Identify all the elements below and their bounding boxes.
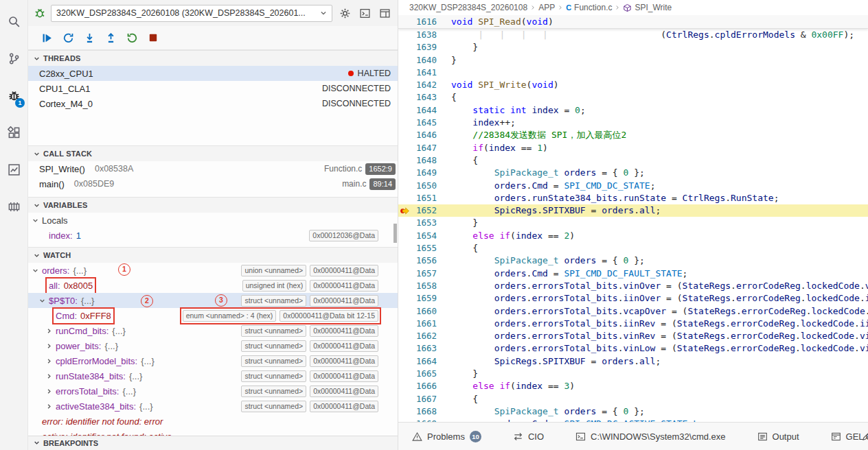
code-area[interactable]: 1616void SPI_Read(void)1638 | | | | (Ctr… xyxy=(398,15,868,422)
gear-icon[interactable] xyxy=(337,5,352,21)
code-line[interactable]: 1666 else if(index == 3) xyxy=(398,380,868,392)
watch-row[interactable]: runCmd_bits:{...}struct <unnamed>0x00000… xyxy=(28,323,398,338)
chevron-right-icon[interactable] xyxy=(46,388,56,394)
refresh-button[interactable] xyxy=(60,30,76,45)
line-number[interactable]: 1650 xyxy=(398,180,437,192)
line-number[interactable]: 1659 xyxy=(398,292,437,305)
activity-item-search[interactable] xyxy=(2,8,25,34)
watch-row[interactable]: errorsTotal_bits:{...}struct <unnamed>0x… xyxy=(28,383,398,399)
line-number[interactable]: 1646 xyxy=(398,129,437,141)
watch-row[interactable]: Cmd:0xFFF83enum <unnamed> : 4 (hex)0x000… xyxy=(28,308,398,323)
code-line[interactable]: 1643{ xyxy=(398,91,868,104)
thread-row[interactable]: Cortex_M4_0DISCONNECTED xyxy=(28,96,398,111)
code-line[interactable]: 1645 index++; xyxy=(398,117,868,129)
line-number[interactable]: 1661 xyxy=(398,318,437,330)
chevron-right-icon[interactable] xyxy=(46,373,56,379)
code-line[interactable]: 1655 { xyxy=(398,242,868,254)
call-stack-section-header[interactable]: CALL STACK xyxy=(28,145,398,161)
panel-tab-c-windows-system32-cmd-exe[interactable]: C:\WINDOWS\System32\cmd.exe xyxy=(575,431,725,442)
line-number[interactable]: 1655 xyxy=(398,242,437,254)
code-line[interactable]: 1664 SpicRegs.SPITXBUF = orders.all; xyxy=(398,355,868,368)
line-number[interactable]: 1667 xyxy=(398,393,437,405)
launch-config-select[interactable]: 320KW_DSP28384S_20260108 (320KW_DSP28384… xyxy=(51,5,332,22)
activity-item-source-control[interactable] xyxy=(2,45,25,71)
code-line[interactable]: 1648 { xyxy=(398,154,868,167)
code-line[interactable]: 1647 if(index == 1) xyxy=(398,142,868,154)
editor-layout-icon[interactable] xyxy=(377,5,392,21)
code-line[interactable]: 1654 else if(index == 2) xyxy=(398,230,868,242)
code-line[interactable]: 1651 orders.runState384_bits.runState = … xyxy=(398,192,868,204)
code-line[interactable]: 1661 orders.errorsTotal_bits.iinRev = (S… xyxy=(398,318,868,330)
continue-button[interactable] xyxy=(39,30,54,45)
code-line[interactable]: 1668 SpiPackage_t orders = { 0 }; xyxy=(398,405,868,418)
line-number[interactable]: 1616 xyxy=(398,15,437,28)
stack-frame-row[interactable]: main()0x085DE9main.c89:14 xyxy=(28,176,398,191)
activity-item-debug[interactable]: 1 xyxy=(2,82,25,108)
debug-launch-icon[interactable] xyxy=(34,7,46,19)
line-number[interactable]: 1663 xyxy=(398,342,437,355)
restart-button[interactable] xyxy=(124,30,139,45)
watch-row[interactable]: orders:{...}1union <unnamed>0x00000411@D… xyxy=(28,263,398,278)
line-number[interactable]: 1666 xyxy=(398,380,437,392)
line-number[interactable]: 1658 xyxy=(398,280,437,292)
line-number[interactable]: 1638 xyxy=(398,29,437,41)
code-line[interactable]: 1659 orders.errorsTotal_bits.iinOver = (… xyxy=(398,292,868,305)
line-number[interactable]: 1665 xyxy=(398,368,437,380)
code-line[interactable]: 1667 { xyxy=(398,393,868,405)
code-line[interactable]: 1663 orders.errorsTotal_bits.vinLow = (S… xyxy=(398,342,868,355)
code-line[interactable]: 1639 } xyxy=(398,41,868,54)
step-out-button[interactable] xyxy=(103,30,118,45)
code-line[interactable]: 1660 orders.errorsTotal_bits.vcapOver = … xyxy=(398,305,868,318)
chevron-down-icon[interactable] xyxy=(32,268,42,274)
chevron-right-icon[interactable] xyxy=(46,403,56,410)
code-line[interactable]: 1658 orders.errorsTotal_bits.vinOver = (… xyxy=(398,280,868,292)
activity-item-analysis[interactable] xyxy=(2,156,25,182)
breakpoints-section-header[interactable]: BREAKPOINTS xyxy=(28,436,398,450)
line-number[interactable]: 1651 xyxy=(398,192,437,204)
threads-section-header[interactable]: THREADS xyxy=(28,50,398,66)
code-line[interactable]: 1657 orders.Cmd = SPI_CMD_DC_FAULT_STATE… xyxy=(398,268,868,280)
code-line[interactable]: 1649 SpiPackage_t orders = { 0 }; xyxy=(398,167,868,179)
line-number[interactable]: 1664 xyxy=(398,355,437,368)
activity-item-memory[interactable] xyxy=(2,193,25,220)
watch-row[interactable]: activeState384_bits:{...}struct <unnamed… xyxy=(28,399,398,414)
thread-row[interactable]: C28xx_CPU1HALTED xyxy=(28,66,398,81)
variable-row[interactable]: Locals xyxy=(28,213,398,228)
line-number[interactable]: 1644 xyxy=(398,104,437,117)
code-line[interactable]: 1665 } xyxy=(398,368,868,380)
line-number[interactable]: 1657 xyxy=(398,268,437,280)
panel-tab-cio[interactable]: CIO xyxy=(513,431,544,442)
line-number[interactable]: 1649 xyxy=(398,167,437,179)
code-line[interactable]: 1662 orders.errorsTotal_bits.vinRev = (S… xyxy=(398,330,868,342)
code-line[interactable]: 1638 | | | | (CtrlRegs.cpldErrorModels &… xyxy=(398,29,868,41)
breadcrumb-item-320kw-dsp28384s-20260108[interactable]: 320KW_DSP28384S_20260108 xyxy=(409,3,527,12)
code-line[interactable]: 1642void SPI_Write(void) xyxy=(398,79,868,91)
chevron-down-icon[interactable] xyxy=(32,217,42,224)
line-number[interactable]: 1660 xyxy=(398,305,437,318)
panel-tab-output[interactable]: Output xyxy=(757,431,799,442)
line-number[interactable]: 1640 xyxy=(398,54,437,67)
watch-row[interactable]: $P$T0:{...}2struct <unnamed>0x00000411@D… xyxy=(28,293,398,308)
code-line[interactable]: 1646 //28384发送数据 SPI，加入最高位2 xyxy=(398,129,868,141)
variable-row[interactable]: index:10x00012036@Data xyxy=(28,228,398,243)
breadcrumb-item-spi-write[interactable]: SPI_Write xyxy=(623,3,672,12)
watch-row[interactable]: power_bits:{...}struct <unnamed>0x000004… xyxy=(28,338,398,353)
breadcrumb-item-app[interactable]: APP xyxy=(538,3,555,12)
thread-row[interactable]: CPU1_CLA1DISCONNECTED xyxy=(28,81,398,96)
sticky-line[interactable]: 1616void SPI_Read(void) xyxy=(398,15,868,29)
watch-row[interactable]: error: identifier not found: error xyxy=(28,414,398,429)
watch-row[interactable]: all:0x8005unsigned int (hex)0x00000411@D… xyxy=(28,278,398,293)
line-number[interactable]: 1647 xyxy=(398,142,437,154)
watch-row[interactable]: runState384_bits:{...}struct <unnamed>0x… xyxy=(28,368,398,383)
line-number[interactable]: 1668 xyxy=(398,405,437,418)
chevron-down-icon[interactable] xyxy=(39,298,49,304)
debug-console-icon[interactable] xyxy=(357,5,372,21)
chevron-right-icon[interactable] xyxy=(46,328,56,334)
code-line[interactable]: 1656 SpiPackage_t orders = { 0 }; xyxy=(398,254,868,267)
breadcrumb-item-function-c[interactable]: CFunction.c xyxy=(566,3,612,12)
line-number[interactable]: 1645 xyxy=(398,117,437,129)
line-number[interactable]: 1643 xyxy=(398,91,437,104)
panel-tab-problems[interactable]: Problems10 xyxy=(412,431,481,442)
line-number[interactable]: 1662 xyxy=(398,330,437,342)
watch-section-header[interactable]: WATCH xyxy=(28,247,398,263)
